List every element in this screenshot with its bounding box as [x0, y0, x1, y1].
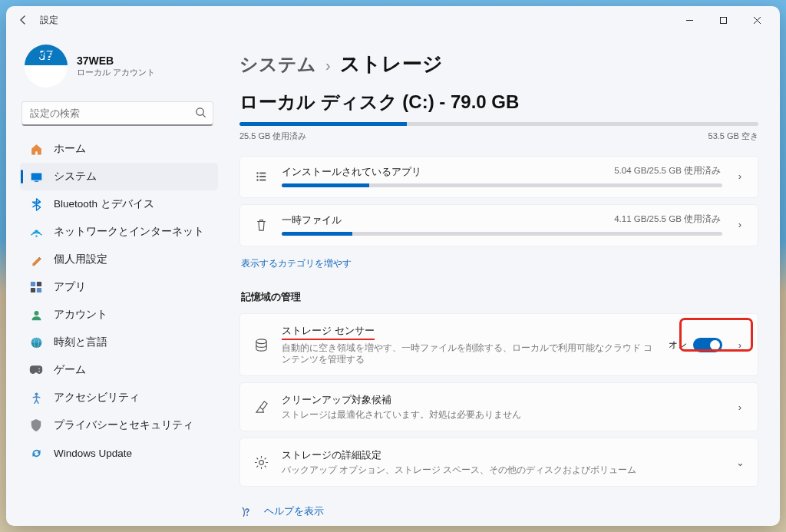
disk-used-label: 25.5 GB 使用済み — [239, 131, 306, 142]
profile-sub: ローカル アカウント — [77, 67, 155, 78]
breadcrumb-parent[interactable]: システム — [239, 52, 316, 77]
nav-label: アプリ — [54, 280, 86, 294]
svg-rect-20 — [259, 176, 266, 177]
svg-point-23 — [256, 339, 266, 343]
advanced-title: ストレージの詳細設定 — [282, 448, 722, 462]
nav-item-net[interactable]: ネットワークとインターネット — [20, 218, 218, 246]
profile-block[interactable]: 37 WEB 37WEB ローカル アカウント — [20, 34, 218, 101]
nav-label: プライバシーとセキュリティ — [54, 418, 193, 432]
sidebar: 37 WEB 37WEB ローカル アカウント ホームシステムBluetooth… — [6, 34, 226, 526]
acct-icon — [29, 308, 43, 322]
nav-label: 時刻と言語 — [54, 335, 107, 349]
close-button[interactable] — [740, 9, 774, 31]
maximize-button[interactable] — [706, 9, 740, 31]
row-advanced-storage[interactable]: ストレージの詳細設定 バックアップ オプション、ストレージ スペース、その他のデ… — [239, 438, 758, 487]
acc-icon — [29, 391, 43, 405]
svg-line-3 — [203, 114, 205, 117]
toggle-state-label: オン — [669, 339, 687, 352]
nav-item-apps[interactable]: アプリ — [20, 273, 218, 301]
disk-usage-bar — [239, 122, 758, 126]
svg-rect-4 — [31, 173, 41, 180]
time-icon — [29, 335, 43, 349]
more-categories-link[interactable]: 表示するカテゴリを増やす — [241, 257, 352, 270]
storage-category-card[interactable]: 一時ファイル4.11 GB/25.5 GB 使用済み› — [239, 204, 758, 246]
nav-item-acct[interactable]: アカウント — [20, 301, 218, 329]
broom-icon — [253, 400, 269, 415]
search-input[interactable] — [21, 101, 213, 126]
breadcrumb: システム › ストレージ — [239, 51, 758, 78]
cleanup-sub: ストレージは最適化されています。対処は必要ありません — [282, 409, 722, 421]
svg-rect-10 — [37, 288, 41, 292]
disk-free-label: 53.5 GB 空き — [708, 131, 758, 142]
settings-window: 設定 37 WEB 37WEB ローカル アカウント — [6, 6, 780, 526]
search-box[interactable] — [21, 101, 213, 126]
svg-point-2 — [196, 108, 203, 115]
feedback-link[interactable]: フィードバックの送信 — [239, 523, 758, 526]
window-title: 設定 — [40, 14, 58, 27]
svg-rect-8 — [37, 282, 41, 286]
nav-label: ゲーム — [54, 363, 86, 377]
nav-label: システム — [54, 170, 97, 183]
breadcrumb-sep: › — [325, 57, 331, 74]
storage-category-card[interactable]: インストールされているアプリ5.04 GB/25.5 GB 使用済み› — [239, 156, 758, 198]
svg-point-6 — [35, 235, 37, 236]
nav-item-priv[interactable]: プライバシーとセキュリティ — [20, 411, 218, 439]
svg-rect-1 — [720, 17, 726, 23]
nav-item-game[interactable]: ゲーム — [20, 356, 218, 384]
nav-item-home[interactable]: ホーム — [20, 135, 218, 163]
minimize-button[interactable] — [672, 9, 706, 31]
nav-item-time[interactable]: 時刻と言語 — [20, 329, 218, 356]
search-icon — [195, 107, 206, 118]
priv-icon — [29, 418, 43, 432]
gear-icon — [253, 455, 269, 470]
svg-rect-22 — [259, 179, 266, 180]
nav-item-acc[interactable]: アクセシビリティ — [20, 384, 218, 411]
svg-point-24 — [259, 460, 263, 464]
nav-label: Bluetooth とデバイス — [54, 197, 154, 211]
chevron-right-icon: › — [735, 401, 745, 413]
bt-icon — [29, 197, 43, 211]
nav-label: Windows Update — [54, 448, 132, 459]
svg-point-19 — [256, 175, 258, 177]
nav-label: ネットワークとインターネット — [54, 225, 204, 239]
nav-label: ホーム — [54, 142, 86, 156]
disk-title: ローカル ディスク (C:) - 79.0 GB — [239, 90, 758, 114]
chevron-down-icon: ⌄ — [735, 457, 745, 468]
svg-point-21 — [256, 179, 258, 180]
trash-icon — [253, 218, 269, 232]
storage-sense-icon — [253, 338, 269, 352]
svg-point-15 — [38, 371, 40, 372]
category-stat: 4.11 GB/25.5 GB 使用済み — [614, 213, 721, 225]
titlebar: 設定 — [6, 6, 780, 34]
category-bar — [282, 232, 722, 236]
storage-sense-sub: 自動的に空き領域を増やす、一時ファイルを削除する、ローカルで利用可能なクラウド … — [282, 342, 656, 365]
row-cleanup-recommendations[interactable]: クリーンアップ対象候補 ストレージは最適化されています。対処は必要ありません › — [239, 382, 758, 431]
apps-icon — [253, 170, 269, 183]
svg-rect-5 — [34, 180, 38, 181]
wu-icon — [29, 446, 43, 460]
net-icon — [29, 225, 43, 239]
nav-item-bt[interactable]: Bluetooth とデバイス — [20, 190, 218, 218]
breadcrumb-current: ストレージ — [340, 51, 443, 78]
help-link[interactable]: ヘルプを表示 — [239, 501, 758, 523]
help-icon — [241, 506, 255, 518]
main-content: システム › ストレージ ローカル ディスク (C:) - 79.0 GB 25… — [226, 34, 780, 526]
system-icon — [29, 170, 43, 183]
nav-item-system[interactable]: システム — [20, 163, 218, 190]
avatar: 37 WEB — [25, 45, 68, 88]
apps-icon — [29, 280, 43, 294]
chevron-right-icon: › — [735, 339, 745, 351]
cleanup-title: クリーンアップ対象候補 — [282, 393, 722, 407]
chevron-right-icon: › — [735, 219, 745, 230]
pers-icon — [29, 253, 43, 266]
category-bar — [282, 183, 722, 187]
row-storage-sense[interactable]: ストレージ センサー 自動的に空き領域を増やす、一時ファイルを削除する、ローカル… — [239, 313, 758, 376]
svg-point-17 — [256, 172, 258, 173]
back-button[interactable] — [12, 9, 34, 31]
game-icon — [29, 363, 43, 377]
home-icon — [29, 142, 43, 156]
svg-rect-18 — [259, 172, 266, 173]
nav-item-wu[interactable]: Windows Update — [20, 439, 218, 467]
nav-item-pers[interactable]: 個人用設定 — [20, 246, 218, 273]
storage-sense-toggle[interactable] — [693, 338, 722, 352]
